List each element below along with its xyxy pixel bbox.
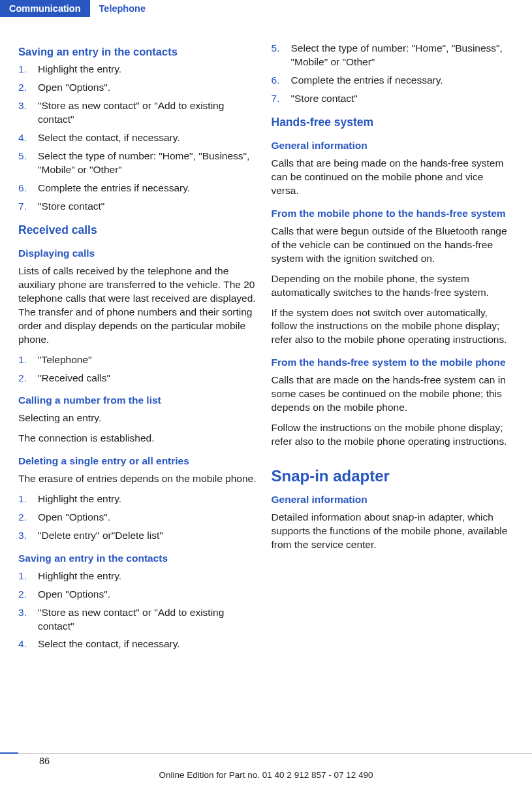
- heading-hands-free: Hands-free system: [272, 115, 513, 131]
- heading-general-info-2: General information: [272, 493, 513, 507]
- list-item: Complete the entries if necessary.: [272, 74, 513, 88]
- list-item: "Store contact": [18, 200, 260, 214]
- paragraph: Calls that are being made on the hands-f…: [272, 157, 513, 198]
- paragraph: Calls that are made on the hands-free sy…: [272, 374, 513, 415]
- list-item: Select the contact, if necessary.: [18, 131, 260, 145]
- paragraph: Lists of calls received by the telephone…: [18, 265, 260, 347]
- list-item: Highlight the entry.: [18, 570, 260, 583]
- list-item: Select the contact, if necessary.: [18, 637, 260, 651]
- page-number: 86: [39, 755, 50, 768]
- list-saving-entry-2: Highlight the entry. Open "Options". "St…: [18, 570, 260, 652]
- list-item: Open "Options".: [18, 511, 260, 524]
- list-continuation: Select the type of number: "Home", "Busi…: [272, 42, 513, 106]
- paragraph: Calls that were begun outside of the Blu…: [272, 225, 513, 266]
- right-column: Select the type of number: "Home", "Busi…: [272, 42, 513, 660]
- list-item: Select the type of number: "Home", "Busi…: [272, 42, 513, 69]
- list-item: "Store as new contact" or "Add to existi…: [18, 99, 260, 127]
- list-item: Select the type of number: "Home", "Busi…: [18, 150, 260, 177]
- list-item: Open "Options".: [18, 81, 260, 95]
- list-saving-entry: Highlight the entry. Open "Options". "St…: [18, 63, 260, 213]
- footer-accent-line: [0, 752, 18, 754]
- heading-saving-entry-2: Saving an entry in the contacts: [18, 552, 260, 566]
- heading-saving-entry: Saving an entry in the contacts: [18, 44, 260, 59]
- list-item: Highlight the entry.: [18, 63, 260, 76]
- paragraph: If the system does not switch over autom…: [272, 306, 513, 347]
- list-item: "Telephone": [18, 353, 260, 367]
- list-item: "Received calls": [18, 372, 260, 385]
- footer-line: [18, 753, 532, 754]
- paragraph: Depending on the mobile phone, the syste…: [272, 272, 513, 300]
- paragraph: The connection is established.: [18, 432, 260, 445]
- list-displaying-calls: "Telephone" "Received calls": [18, 353, 260, 385]
- list-item: "Store contact": [272, 92, 513, 106]
- left-column: Saving an entry in the contacts Highligh…: [18, 42, 260, 660]
- heading-hands-free-to-mobile: From the hands-free system to the mobile…: [272, 356, 513, 370]
- page-content: Saving an entry in the contacts Highligh…: [0, 17, 532, 660]
- heading-received-calls: Received calls: [18, 223, 260, 238]
- heading-mobile-to-hands-free: From the mobile phone to the hands-free …: [272, 207, 513, 221]
- list-item: "Store as new contact" or "Add to existi…: [18, 606, 260, 634]
- paragraph: Selecting an entry.: [18, 411, 260, 425]
- footer-text: Online Edition for Part no. 01 40 2 912 …: [0, 769, 532, 781]
- tab-telephone: Telephone: [90, 0, 155, 17]
- heading-deleting-entry: Deleting a single entry or all entries: [18, 455, 260, 468]
- list-deleting-entry: Highlight the entry. Open "Options". "De…: [18, 492, 260, 543]
- list-item: Open "Options".: [18, 588, 260, 602]
- heading-calling-number: Calling a number from the list: [18, 394, 260, 408]
- heading-displaying-calls: Displaying calls: [18, 247, 260, 261]
- tab-communication: Communication: [0, 0, 90, 17]
- list-item: Complete the entries if necessary.: [18, 182, 260, 195]
- list-item: "Delete entry" or"Delete list": [18, 529, 260, 543]
- heading-general-info-1: General information: [272, 139, 513, 153]
- paragraph: Follow the instructions on the mobile ph…: [272, 421, 513, 449]
- list-item: Highlight the entry.: [18, 492, 260, 506]
- paragraph: Detailed information about snap-in adapt…: [272, 511, 513, 552]
- page-header: Communication Telephone: [0, 0, 532, 17]
- paragraph: The erasure of entries depends on the mo…: [18, 472, 260, 486]
- tab-row: Communication Telephone: [0, 0, 532, 17]
- heading-snap-in-adapter: Snap-in adapter: [272, 466, 513, 487]
